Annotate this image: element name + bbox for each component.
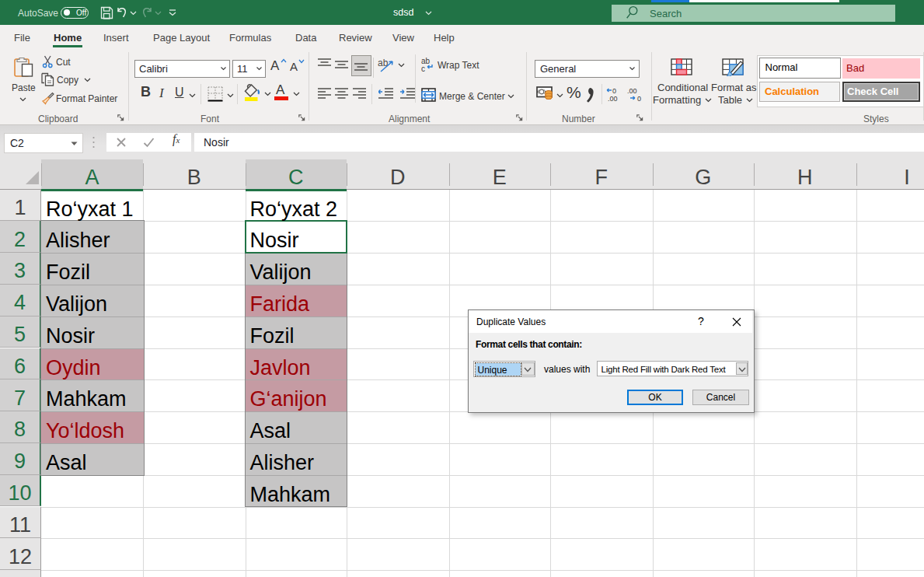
svg-text:.00: .00 [608, 95, 618, 103]
svg-text:0: 0 [612, 87, 616, 95]
svg-text:0: 0 [637, 95, 641, 103]
svg-text:c: c [421, 65, 425, 72]
svg-text:.00: .00 [627, 87, 637, 95]
